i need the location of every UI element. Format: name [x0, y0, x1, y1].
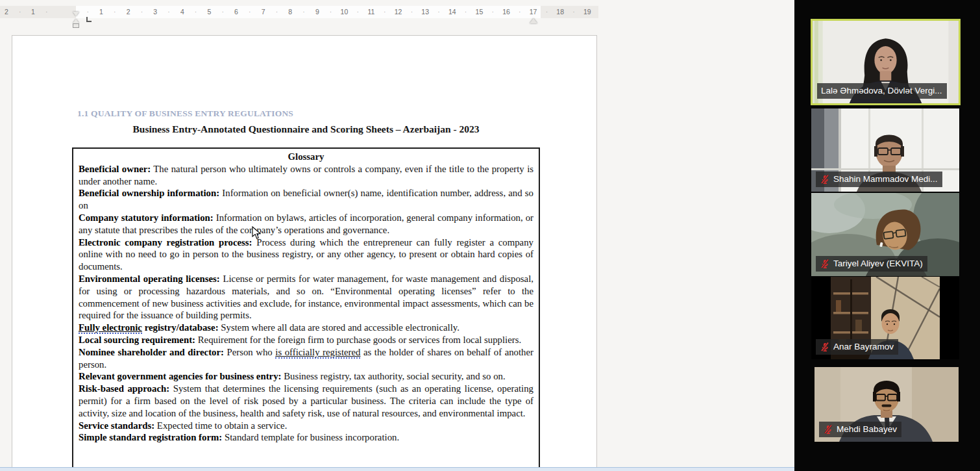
ruler-number: 19: [583, 7, 591, 17]
glossary-entry: Relevant government agencies for busines…: [79, 370, 533, 383]
indent-marker[interactable]: [72, 12, 80, 28]
participant-name: Tariyel Aliyev (EKVITA): [833, 258, 923, 269]
participant-name: Anar Bayramov: [833, 341, 894, 352]
glossary-entry: Company statutory information: Informati…: [79, 212, 533, 236]
glossary-entry: Simple standard registration form: Stand…: [79, 431, 533, 444]
ruler-number: 2: [127, 7, 130, 17]
mouse-cursor: [252, 226, 261, 240]
ruler-tick: ·: [411, 7, 413, 17]
ruler-tick: ·: [276, 7, 278, 17]
participant-name: Lalə Əhmədova, Dövlət Vergi...: [821, 85, 942, 96]
ruler-number: 18: [556, 7, 564, 17]
glossary-entry: Beneficial ownership information: Inform…: [79, 187, 533, 212]
ruler-tick: ·: [195, 7, 197, 17]
glossary-entries: Beneficial owner: The natural person who…: [79, 163, 533, 444]
meeting-participants-panel: Lalə Əhmədova, Dövlət Vergi...: [794, 0, 980, 471]
horizontal-ruler[interactable]: 2·1·1·2·3·4·5·6·7·8·9·10·11·12·13·14·15·…: [0, 6, 598, 18]
ruler-number: 16: [502, 7, 510, 17]
status-bar-edge: [0, 467, 794, 471]
glossary-entry: Service standards: Expected time to obta…: [79, 420, 533, 432]
first-line-indent-marker[interactable]: [73, 12, 79, 16]
ruler-number: 4: [180, 7, 184, 17]
ruler-number: 12: [395, 7, 402, 17]
hanging-indent-marker[interactable]: [73, 19, 79, 23]
ruler-tick: ·: [573, 7, 575, 17]
ruler-number: 3: [153, 7, 157, 17]
ruler-tick: ·: [222, 7, 224, 17]
muted-mic-icon: [823, 424, 833, 435]
document-title: Business Entry-Annotated Questionnaire a…: [72, 123, 540, 135]
ruler-tick: ·: [546, 7, 548, 17]
glossary-entry: Fully electronic registry/database: Syst…: [79, 322, 533, 334]
tab-stop-marker[interactable]: [86, 17, 92, 22]
participant-tile[interactable]: Mehdi Babayev: [815, 367, 959, 442]
participant-name-label: Shahin Mammadov Medi...: [816, 172, 942, 187]
glossary-entry: Environmental operating licenses: Licens…: [79, 273, 533, 322]
ruler-number: 14: [448, 7, 456, 17]
ruler-number: 5: [207, 7, 211, 17]
glossary-title: Glossary: [79, 151, 533, 163]
glossary-entry: Electronic company registration process:…: [79, 236, 533, 273]
ruler-number: 6: [234, 7, 238, 17]
ruler-tick: ·: [141, 7, 143, 17]
glossary-box: Glossary Beneficial owner: The natural p…: [72, 147, 540, 471]
ruler-number: 1: [99, 7, 103, 17]
glossary-entry: Nominee shareholder and director: Person…: [79, 346, 533, 371]
ruler-number: 7: [262, 7, 265, 17]
ruler-number: 17: [530, 7, 537, 17]
participant-tile[interactable]: Shahin Mammadov Medi...: [811, 108, 959, 192]
ruler-active-region: [76, 6, 541, 18]
participant-name-label: Tariyel Aliyev (EKVITA): [816, 256, 927, 272]
ruler-tick: ·: [465, 7, 467, 17]
participant-tile[interactable]: Tariyel Aliyev (EKVITA): [811, 193, 959, 276]
participant-name-label: Mehdi Babayev: [819, 422, 901, 437]
word-document-area: 2·1·1·2·3·4·5·6·7·8·9·10·11·12·13·14·15·…: [0, 0, 794, 471]
ruler-tick: ·: [114, 7, 116, 17]
ruler-number: 1: [31, 7, 35, 17]
muted-mic-icon: [820, 342, 830, 352]
ruler-number: 11: [368, 7, 375, 17]
muted-mic-icon: [820, 259, 830, 269]
participant-name-label: Anar Bayramov: [816, 339, 898, 355]
ruler-number: 2: [5, 7, 8, 17]
participant-name-label: Lalə Əhmədova, Dövlət Vergi...: [817, 83, 947, 99]
ruler-tick: ·: [87, 7, 89, 17]
ruler-tick: ·: [249, 7, 251, 17]
ruler-number: 15: [476, 7, 484, 17]
ruler-number: 13: [421, 7, 429, 17]
ruler-tick: ·: [168, 7, 170, 17]
ruler-tick: ·: [492, 7, 494, 17]
participant-name: Mehdi Babayev: [837, 424, 897, 435]
ruler-tick: ·: [45, 7, 47, 17]
section-heading: 1.1 QUALITY OF BUSINESS ENTRY REGULATION…: [77, 108, 293, 119]
glossary-entry: Local sourcing requirement: Requirement …: [79, 334, 533, 346]
ruler-tick: ·: [19, 7, 21, 17]
ruler-tick: ·: [438, 7, 440, 17]
muted-mic-icon: [820, 174, 830, 185]
ruler-tick: ·: [303, 7, 305, 17]
ruler-number: 10: [341, 7, 349, 17]
glossary-entry: Risk-based approach: System that determi…: [79, 383, 533, 419]
ruler-tick: ·: [519, 7, 521, 17]
participant-tile[interactable]: Anar Bayramov: [811, 277, 959, 359]
glossary-entry: Beneficial owner: The natural person who…: [79, 163, 533, 188]
ruler-tick: ·: [357, 7, 359, 17]
screen-share-view: 2·1·1·2·3·4·5·6·7·8·9·10·11·12·13·14·15·…: [0, 0, 980, 471]
ruler-tick: ·: [384, 7, 386, 17]
ruler-tick: ·: [330, 7, 332, 17]
left-indent-marker[interactable]: [73, 23, 79, 28]
ruler-number: 9: [315, 7, 319, 17]
right-indent-marker[interactable]: [530, 18, 537, 23]
participant-name: Shahin Mammadov Medi...: [833, 173, 938, 185]
participant-tile[interactable]: Lalə Əhmədova, Dövlət Vergi...: [811, 19, 961, 105]
ruler-number: 8: [288, 7, 292, 17]
document-page[interactable]: 1.1 QUALITY OF BUSINESS ENTRY REGULATION…: [12, 35, 597, 471]
